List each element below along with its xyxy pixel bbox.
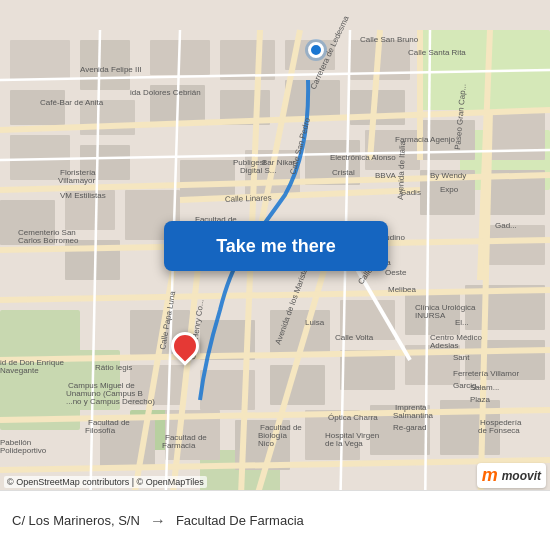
- svg-text:ida Dolores Cebrián: ida Dolores Cebrián: [130, 88, 201, 97]
- svg-text:INURSA: INURSA: [415, 311, 446, 320]
- map-container: Calle Linares Calle San Pedro Carretera …: [0, 0, 550, 550]
- svg-text:Digital S...: Digital S...: [240, 166, 276, 175]
- svg-text:Farmacia: Farmacia: [162, 441, 196, 450]
- svg-text:Café-Bar de Anita: Café-Bar de Anita: [40, 98, 104, 107]
- svg-text:Re-garad: Re-garad: [393, 423, 426, 432]
- svg-text:...no y Campus Derecho): ...no y Campus Derecho): [66, 397, 155, 406]
- svg-text:Ferretería Villamor: Ferretería Villamor: [453, 369, 519, 378]
- svg-rect-8: [10, 90, 65, 125]
- svg-text:Plaza: Plaza: [470, 395, 491, 404]
- svg-text:Sant: Sant: [453, 353, 470, 362]
- svg-text:Calle San Bruno: Calle San Bruno: [360, 35, 419, 44]
- svg-rect-22: [485, 110, 545, 160]
- svg-text:Farmacia Agenjo: Farmacia Agenjo: [395, 135, 456, 144]
- svg-text:Bar Nikar: Bar Nikar: [262, 158, 296, 167]
- svg-text:Óptica Charra: Óptica Charra: [328, 413, 378, 422]
- svg-text:Filosofía: Filosofía: [85, 426, 116, 435]
- svg-text:Luisa: Luisa: [305, 318, 325, 327]
- moovit-logo: m moovit: [477, 463, 546, 488]
- svg-text:Calle Linares: Calle Linares: [225, 193, 272, 204]
- svg-text:Calle Santa Rita: Calle Santa Rita: [408, 48, 466, 57]
- map-attribution: © OpenStreetMap contributors | © OpenMap…: [4, 476, 207, 488]
- map-background: Calle Linares Calle San Pedro Carretera …: [0, 0, 550, 550]
- attribution-text: © OpenStreetMap contributors | © OpenMap…: [7, 477, 204, 487]
- bottom-navigation-bar: C/ Los Marineros, S/N → Facultad De Farm…: [0, 490, 550, 550]
- svg-text:Rátio legis: Rátio legis: [95, 363, 132, 372]
- route-info: C/ Los Marineros, S/N → Facultad De Farm…: [12, 512, 538, 530]
- origin-marker: [308, 42, 324, 58]
- svg-text:El...: El...: [455, 318, 469, 327]
- arrow-right-icon: →: [150, 512, 166, 530]
- svg-text:BBVA: BBVA: [375, 171, 396, 180]
- svg-text:Salmantina: Salmantina: [393, 411, 434, 420]
- from-location-label: C/ Los Marineros, S/N: [12, 513, 140, 528]
- svg-text:Gad...: Gad...: [495, 221, 517, 230]
- svg-text:de la Vega: de la Vega: [325, 439, 363, 448]
- to-location-label: Facultad De Farmacia: [176, 513, 304, 528]
- moovit-m-icon: m: [482, 465, 498, 486]
- svg-text:Salam...: Salam...: [470, 383, 499, 392]
- svg-text:Expo: Expo: [440, 185, 459, 194]
- svg-rect-24: [485, 225, 545, 265]
- svg-text:Electrónica Alonso: Electrónica Alonso: [330, 153, 396, 162]
- svg-text:Adeslas: Adeslas: [430, 341, 458, 350]
- svg-rect-7: [10, 40, 70, 80]
- svg-text:Polideportivo: Polideportivo: [0, 446, 47, 455]
- svg-text:Oeste: Oeste: [385, 268, 407, 277]
- svg-text:Nico: Nico: [258, 439, 275, 448]
- svg-text:Navegante: Navegante: [0, 366, 39, 375]
- moovit-brand-text: moovit: [502, 469, 541, 483]
- svg-text:Avenida Felipe III: Avenida Felipe III: [80, 65, 142, 74]
- svg-text:VM Estilistas: VM Estilistas: [60, 191, 106, 200]
- svg-text:de Fonseca: de Fonseca: [478, 426, 520, 435]
- svg-rect-39: [270, 365, 325, 405]
- svg-text:By Wendy: By Wendy: [430, 171, 466, 180]
- take-me-there-button[interactable]: Take me there: [164, 221, 388, 271]
- svg-text:Carlos Borromeo: Carlos Borromeo: [18, 236, 79, 245]
- svg-text:Calle Volta: Calle Volta: [335, 333, 374, 342]
- svg-text:Melibea: Melibea: [388, 285, 417, 294]
- svg-text:Cristal: Cristal: [332, 168, 355, 177]
- svg-text:Gadis: Gadis: [400, 188, 421, 197]
- svg-text:Villamayor: Villamayor: [58, 176, 96, 185]
